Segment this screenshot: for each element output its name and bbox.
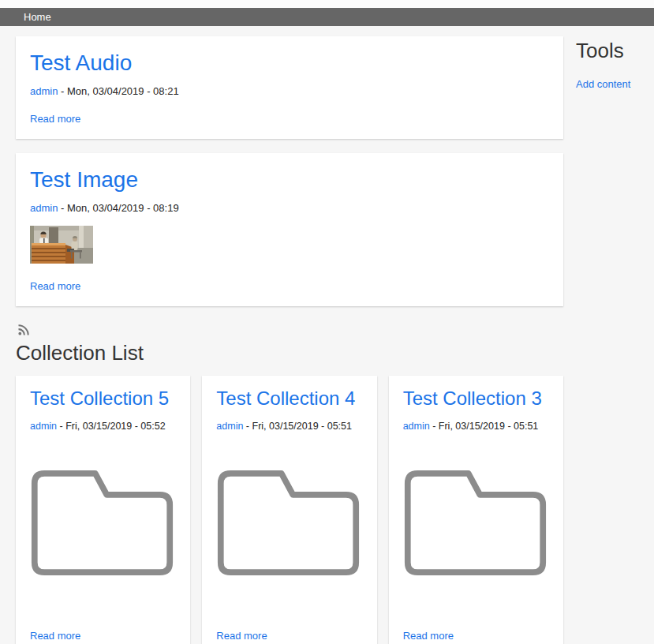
read-more-link[interactable]: Read more (403, 631, 549, 642)
breadcrumb-navbar: Home (0, 8, 654, 26)
author-link[interactable]: admin (216, 421, 243, 432)
top-strip (0, 0, 654, 8)
collection-byline: admin - Fri, 03/15/2019 - 05:52 (30, 421, 176, 432)
collection-date: - Fri, 03/15/2019 - 05:52 (60, 421, 166, 432)
article-card: Test Image admin - Mon, 03/04/2019 - 08:… (16, 153, 563, 307)
read-more-link[interactable]: Read more (30, 281, 80, 293)
collection-list-heading: Collection List (16, 342, 563, 365)
folder-icon[interactable] (403, 469, 549, 579)
article-thumbnail-image[interactable] (30, 226, 549, 267)
author-link[interactable]: admin (30, 85, 58, 97)
collection-date: - Fri, 03/15/2019 - 05:51 (432, 421, 538, 432)
add-content-link[interactable]: Add content (576, 78, 630, 90)
collection-title: Test Collection 5 (30, 388, 176, 409)
author-link[interactable]: admin (30, 202, 58, 214)
collection-byline: admin - Fri, 03/15/2019 - 05:51 (403, 421, 549, 432)
collection-title: Test Collection 3 (403, 388, 549, 409)
feed-row (16, 320, 563, 342)
collection-date: - Fri, 03/15/2019 - 05:51 (246, 421, 352, 432)
author-link[interactable]: admin (30, 421, 57, 432)
author-link[interactable]: admin (403, 421, 430, 432)
folder-icon[interactable] (30, 469, 176, 579)
article-title: Test Image (30, 168, 549, 193)
article-byline: admin - Mon, 03/04/2019 - 08:19 (30, 203, 549, 215)
read-more-link[interactable]: Read more (30, 114, 80, 125)
article-byline: admin - Mon, 03/04/2019 - 08:21 (30, 86, 549, 98)
collection-title: Test Collection 4 (216, 388, 362, 409)
rss-feed-icon[interactable] (17, 325, 30, 339)
article-title: Test Audio (30, 51, 549, 76)
tools-sidebar: Tools Add content (576, 36, 641, 644)
read-more-link[interactable]: Read more (216, 631, 362, 642)
tools-heading: Tools (576, 39, 641, 62)
collection-grid: Test Collection 5 admin - Fri, 03/15/201… (16, 376, 563, 644)
folder-icon[interactable] (216, 469, 362, 579)
read-more-link[interactable]: Read more (30, 631, 176, 642)
breadcrumb-home-link[interactable]: Home (24, 11, 51, 23)
article-date: - Mon, 03/04/2019 - 08:19 (61, 202, 179, 214)
collection-title-link[interactable]: Test Collection 3 (403, 388, 542, 409)
collection-card: Test Collection 3 admin - Fri, 03/15/201… (389, 376, 563, 644)
main-content: Test Audio admin - Mon, 03/04/2019 - 08:… (16, 36, 563, 644)
page-layout: Test Audio admin - Mon, 03/04/2019 - 08:… (0, 26, 654, 644)
article-date: - Mon, 03/04/2019 - 08:21 (61, 85, 179, 97)
collection-title-link[interactable]: Test Collection 4 (216, 388, 355, 409)
collection-card: Test Collection 4 admin - Fri, 03/15/201… (202, 376, 376, 644)
article-card: Test Audio admin - Mon, 03/04/2019 - 08:… (16, 36, 563, 139)
article-title-link[interactable]: Test Image (30, 167, 138, 192)
collection-byline: admin - Fri, 03/15/2019 - 05:51 (216, 421, 362, 432)
collection-card: Test Collection 5 admin - Fri, 03/15/201… (16, 376, 190, 644)
article-title-link[interactable]: Test Audio (30, 51, 132, 75)
collection-title-link[interactable]: Test Collection 5 (30, 388, 169, 409)
